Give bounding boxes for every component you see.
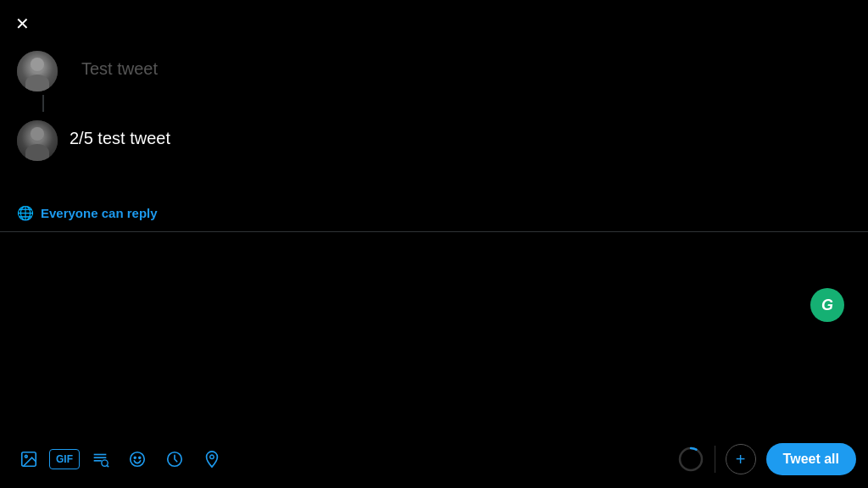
tweet-progress — [677, 446, 704, 473]
location-icon-button[interactable] — [195, 442, 229, 476]
toolbar-icons: GIF — [12, 442, 677, 476]
reply-setting[interactable]: 🌐 Everyone can reply — [0, 195, 868, 231]
tweet-all-button[interactable]: Tweet all — [766, 443, 856, 475]
svg-point-9 — [139, 457, 141, 458]
svg-point-12 — [680, 448, 702, 470]
toolbar-divider — [0, 231, 868, 232]
location-icon — [203, 450, 221, 469]
emoji-icon-button[interactable] — [120, 442, 154, 476]
tweet-placeholder-1[interactable]: Test tweet — [81, 51, 158, 79]
list-icon-button[interactable] — [83, 442, 117, 476]
avatar-2 — [17, 120, 58, 161]
svg-point-11 — [210, 455, 214, 459]
image-icon-button[interactable] — [12, 442, 46, 476]
tweet-row-1: Test tweet — [17, 51, 851, 112]
schedule-icon-button[interactable] — [158, 442, 192, 476]
schedule-icon — [165, 450, 184, 469]
svg-point-5 — [102, 460, 108, 466]
reply-setting-label: Everyone can reply — [41, 206, 158, 220]
compose-area: Test tweet 2/5 test tweet — [0, 0, 868, 161]
gif-label: GIF — [56, 453, 73, 465]
emoji-icon — [128, 450, 147, 469]
avatar-1 — [17, 51, 58, 92]
add-tweet-button[interactable]: + — [726, 444, 756, 474]
svg-point-8 — [134, 457, 136, 458]
toolbar-vertical-divider — [715, 446, 715, 473]
svg-point-7 — [131, 452, 145, 467]
svg-point-1 — [25, 455, 27, 458]
bottom-toolbar: GIF — [0, 430, 868, 488]
svg-line-6 — [107, 465, 108, 467]
plus-icon: + — [736, 451, 746, 468]
image-icon — [19, 450, 38, 469]
tweet-text-2[interactable]: 2/5 test tweet — [70, 120, 170, 148]
gif-icon-button[interactable]: GIF — [49, 449, 80, 469]
grammarly-button[interactable]: G — [810, 288, 844, 322]
tweet-row-2: 2/5 test tweet — [17, 120, 851, 161]
globe-icon: 🌐 — [17, 205, 34, 221]
close-button[interactable]: ✕ — [15, 15, 30, 32]
toolbar-right: + Tweet all — [677, 443, 856, 475]
list-icon — [91, 450, 109, 469]
